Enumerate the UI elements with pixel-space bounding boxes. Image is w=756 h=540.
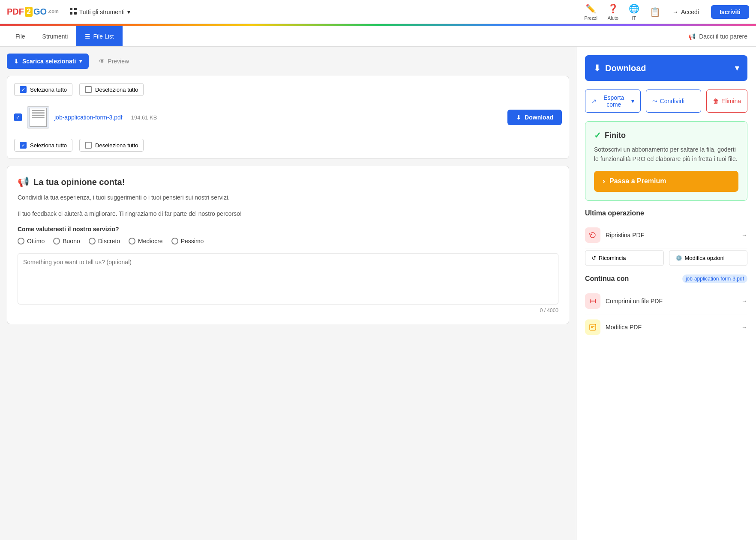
svg-rect-0	[70, 8, 72, 10]
continue-modifica[interactable]: Modifica PDF →	[585, 314, 747, 340]
logo-go: GO	[33, 7, 47, 17]
download-main-chevron: ▾	[735, 63, 739, 73]
download-selected-button[interactable]: ⬇ Scarica selezionati ▾	[7, 54, 89, 69]
tab-strumenti[interactable]: Strumenti	[34, 26, 77, 46]
grid-icon	[70, 8, 77, 16]
download-main-inner: ⬇ Download	[594, 63, 646, 73]
download-file-label: Download	[525, 114, 553, 121]
feedback-nav[interactable]: 📢 Dacci il tuo parere	[688, 33, 756, 40]
toolbar: ⬇ Scarica selezionati ▾ 👁 Preview	[7, 54, 569, 69]
preview-button[interactable]: 👁 Preview	[94, 54, 134, 68]
last-operation-title: Ultima operazione	[585, 209, 747, 217]
rating-buono-label: Buono	[63, 238, 80, 245]
eye-icon: 👁	[99, 58, 105, 65]
deselect-all-button-top[interactable]: Deseleziona tutto	[79, 83, 144, 96]
globe-icon: 🌐	[629, 3, 639, 14]
file-list-card: ✓ Seleziona tutto Deseleziona tutto ✓	[7, 76, 569, 159]
trash-icon: 🗑	[713, 98, 719, 104]
checkbox-checked-bottom: ✓	[20, 142, 27, 149]
pencil-icon: ✏️	[585, 3, 596, 14]
deselect-all-button-bottom[interactable]: Deseleziona tutto	[79, 139, 144, 152]
radio-mediocre	[129, 238, 135, 245]
list-icon: ☰	[85, 33, 90, 40]
char-count: 0 / 4000	[18, 307, 558, 313]
topnav: PDF 2 GO .com Tutti gli strumenti ▾ ✏️ P…	[0, 0, 756, 24]
continue-header: Continua con job-application-form-3.pdf	[585, 274, 747, 283]
success-card: ✓ Finito Sottoscrivi un abbonamento per …	[585, 121, 747, 201]
share-icon: ⤳	[652, 98, 657, 104]
radio-discreto	[89, 238, 96, 245]
comprimi-arrow: →	[741, 298, 747, 304]
aiuto-nav[interactable]: ❓ Aiuto	[608, 3, 618, 21]
main-layout: ⬇ Scarica selezionati ▾ 👁 Preview ✓ Sele…	[0, 47, 756, 540]
rating-ottimo[interactable]: Ottimo	[18, 238, 45, 245]
thumb-line-3	[32, 113, 45, 114]
export-chevron: ▾	[631, 98, 634, 104]
login-button[interactable]: → Accedi	[667, 6, 704, 18]
svg-rect-2	[70, 12, 72, 15]
file-thumbnail	[27, 106, 49, 128]
feedback-desc-2: Il tuo feedback ci aiuterà a migliorare.…	[18, 209, 558, 218]
svg-rect-3	[74, 12, 77, 15]
action-row: ↗ Esporta come ▾ ⤳ Condividi 🗑 Elimina	[585, 90, 747, 113]
select-row-bottom: ✓ Seleziona tutto Deseleziona tutto	[14, 139, 562, 152]
deselect-all-label-top: Deseleziona tutto	[95, 87, 138, 93]
all-tools-button[interactable]: Tutti gli strumenti ▾	[66, 5, 135, 18]
deselect-all-label-bottom: Deseleziona tutto	[95, 142, 138, 149]
signup-label: Iscriviti	[720, 9, 741, 15]
chevron-down-icon: ▾	[127, 9, 130, 15]
comprimi-label: Comprimi un file PDF	[606, 298, 736, 304]
gear-icon: ⚙️	[675, 255, 682, 261]
modifica-arrow: →	[741, 324, 747, 331]
select-all-label-bottom: Seleziona tutto	[30, 142, 67, 149]
rating-mediocre[interactable]: Mediocre	[129, 238, 163, 245]
tab-file[interactable]: File	[7, 26, 34, 46]
rating-buono[interactable]: Buono	[53, 238, 80, 245]
file-name[interactable]: job-application-form-3.pdf	[54, 114, 123, 121]
signup-button[interactable]: Iscriviti	[711, 5, 749, 19]
login-label: Accedi	[681, 9, 699, 15]
small-action-row: ↺ Ricomincia ⚙️ Modifica opzioni	[585, 250, 747, 266]
tab-filelist[interactable]: ☰ File List	[76, 26, 122, 46]
clipboard-icon: 📋	[650, 7, 660, 17]
export-button[interactable]: ↗ Esporta come ▾	[585, 90, 641, 113]
ripristina-label: Ripristina PDF	[606, 232, 736, 239]
continue-with-title: Continua con	[585, 275, 629, 283]
tab-filelist-label: File List	[93, 33, 114, 40]
checkbox-unchecked-icon-top	[85, 86, 92, 93]
share-button[interactable]: ⤳ Condividi	[646, 90, 702, 113]
operation-ripristina[interactable]: Ripristina PDF →	[585, 222, 747, 248]
ricomincia-button[interactable]: ↺ Ricomincia	[585, 250, 664, 266]
delete-button[interactable]: 🗑 Elimina	[706, 90, 747, 113]
megaphone-icon: 📢	[688, 33, 696, 40]
language-nav[interactable]: 🌐 IT	[629, 3, 639, 21]
radio-pessimo	[171, 238, 178, 245]
clipboard-nav[interactable]: 📋	[650, 7, 660, 17]
prezzi-nav[interactable]: ✏️ Prezzi	[584, 3, 597, 21]
file-download-button[interactable]: ⬇ Download	[507, 110, 562, 125]
rating-discreto[interactable]: Discreto	[89, 238, 120, 245]
megaphone-feedback-icon: 📢	[18, 176, 29, 188]
download-main-icon: ⬇	[594, 63, 601, 73]
continue-comprimi[interactable]: Comprimi un file PDF →	[585, 288, 747, 314]
file-size: 194.61 KB	[131, 114, 157, 121]
export-icon: ↗	[591, 98, 597, 104]
select-all-button-bottom[interactable]: ✓ Seleziona tutto	[14, 139, 72, 152]
download-main-button[interactable]: ⬇ Download ▾	[585, 55, 747, 81]
success-title: ✓ Finito	[594, 130, 738, 140]
file-checkbox[interactable]: ✓	[14, 113, 22, 121]
feedback-textarea[interactable]	[18, 253, 558, 304]
file-thumbnail-inner	[30, 108, 47, 127]
premium-button[interactable]: › Passa a Premium	[594, 171, 738, 192]
feedback-title: 📢 La tua opinione conta!	[18, 176, 558, 188]
logo-2: 2	[25, 7, 33, 17]
checkbox-unchecked-bottom	[85, 142, 92, 149]
aiuto-label: Aiuto	[608, 15, 618, 21]
logo-pdf: PDF	[7, 7, 24, 17]
modifica-opzioni-button[interactable]: ⚙️ Modifica opzioni	[669, 250, 748, 266]
ripristina-icon	[585, 227, 600, 243]
check-icon: ✓	[594, 130, 601, 140]
rating-pessimo[interactable]: Pessimo	[171, 238, 204, 245]
select-all-button-top[interactable]: ✓ Seleziona tutto	[14, 83, 72, 96]
ripristina-arrow: →	[741, 232, 747, 239]
